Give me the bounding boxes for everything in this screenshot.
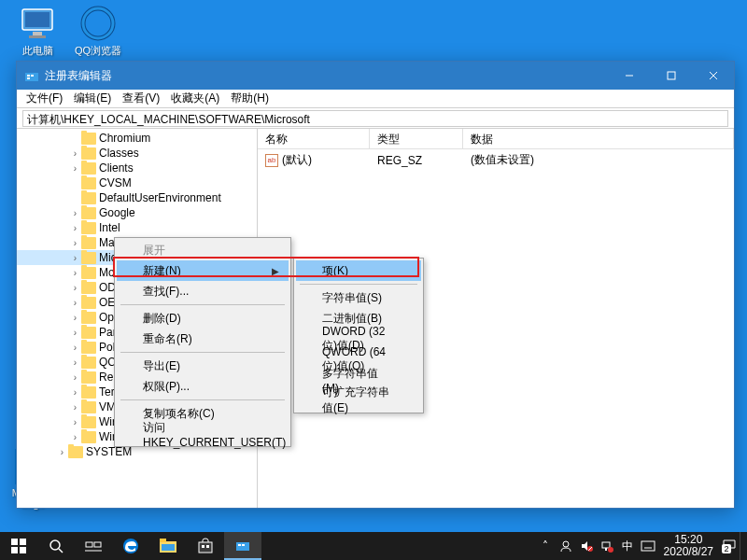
tree-label: OE [99, 296, 115, 309]
tray-volume-icon[interactable] [576, 532, 597, 560]
svg-rect-37 [602, 542, 610, 548]
svg-rect-2 [33, 32, 42, 35]
expander-icon[interactable]: › [69, 223, 81, 233]
svg-rect-30 [206, 545, 209, 548]
tree-item[interactable]: DefaultUserEnvironment [17, 190, 257, 205]
close-button[interactable] [692, 62, 734, 90]
expander-icon[interactable]: › [69, 343, 81, 353]
path-input[interactable]: 计算机\HKEY_LOCAL_MACHINE\SOFTWARE\Microsof… [22, 110, 728, 127]
expander-icon[interactable]: › [69, 283, 81, 293]
expander-icon[interactable]: › [69, 402, 81, 413]
menu-item-label: 项(K) [322, 263, 348, 279]
tree-item[interactable]: ›Intel [17, 220, 257, 235]
menu-item-label: 新建(N) [143, 263, 181, 279]
expander-icon[interactable]: › [69, 357, 81, 368]
menu-edit[interactable]: 编辑(E) [68, 89, 117, 108]
menu-item-label: 权限(P)... [143, 379, 190, 395]
menu-item[interactable]: 访问 HKEY_CURRENT_USER(T) [117, 424, 289, 444]
task-view-button[interactable] [75, 532, 112, 560]
action-center-icon[interactable]: 2 [719, 532, 740, 560]
tray-chevron-up-icon[interactable]: ˄ [535, 532, 556, 560]
col-data[interactable]: 数据 [463, 129, 734, 148]
menu-separator [300, 284, 417, 285]
menu-item[interactable]: 权限(P)... [117, 376, 289, 397]
tree-item[interactable]: Chromium [17, 131, 257, 146]
menu-item[interactable]: 项(K) [296, 260, 421, 281]
menu-file[interactable]: 文件(F) [21, 89, 68, 108]
desktop-icon-this-pc[interactable]: 此电脑 [9, 5, 65, 58]
expander-icon[interactable]: › [69, 328, 81, 338]
expander-icon[interactable]: › [69, 313, 81, 323]
tree-item[interactable]: CVSM [17, 175, 257, 190]
tree-label: Chromium [99, 132, 150, 145]
expander-icon[interactable]: › [69, 298, 81, 308]
taskbar-store[interactable] [187, 532, 224, 560]
menu-favorites[interactable]: 收藏夹(A) [165, 89, 225, 108]
desktop-icon-label: 此电脑 [9, 44, 65, 58]
menu-separator [120, 352, 285, 353]
tree-item[interactable]: ›Google [17, 205, 257, 220]
start-button[interactable] [0, 532, 37, 560]
qq-browser-icon [79, 5, 117, 42]
col-type[interactable]: 类型 [370, 129, 463, 148]
svg-rect-18 [20, 547, 26, 553]
col-name[interactable]: 名称 [258, 129, 370, 148]
menu-item[interactable]: 删除(D) [117, 308, 289, 329]
svg-rect-3 [29, 35, 46, 38]
menu-separator [120, 304, 285, 305]
value-name: ab(默认) [258, 151, 370, 169]
menu-help[interactable]: 帮助(H) [225, 89, 275, 108]
menu-item[interactable]: 导出(E) [117, 356, 289, 376]
tree-item[interactable]: ›Classes [17, 146, 257, 161]
clock[interactable]: 15:20 2020/8/27 [658, 534, 719, 558]
svg-line-20 [59, 549, 63, 553]
tray-people-icon[interactable] [556, 532, 576, 560]
expander-icon[interactable]: › [69, 417, 81, 427]
minimize-button[interactable] [608, 62, 650, 90]
titlebar[interactable]: 注册表编辑器 [17, 62, 734, 90]
menu-view[interactable]: 查看(V) [117, 89, 165, 108]
column-headers: 名称 类型 数据 [258, 129, 734, 149]
folder-icon [81, 252, 96, 264]
expander-icon[interactable]: › [69, 372, 81, 383]
taskbar-edge[interactable] [112, 532, 149, 560]
show-desktop-button[interactable] [740, 532, 745, 560]
tree-label: Ter [99, 385, 115, 399]
system-tray: ˄ 中 15:20 2020/8/27 2 [535, 532, 747, 560]
tray-keyboard-icon[interactable] [638, 532, 658, 560]
folder-icon [81, 312, 96, 324]
taskbar-regedit[interactable] [224, 532, 261, 560]
folder-icon [81, 327, 96, 339]
menu-item[interactable]: 字符串值(S) [296, 287, 421, 308]
expander-icon[interactable]: › [69, 253, 81, 263]
search-button[interactable] [37, 532, 75, 560]
tray-ime[interactable]: 中 [617, 532, 638, 560]
expander-icon[interactable]: › [69, 148, 81, 159]
tree-label: Intel [99, 221, 120, 234]
expander-icon[interactable]: › [69, 238, 81, 248]
desktop-icon-qq-browser[interactable]: QQ浏览器 [70, 5, 126, 58]
svg-rect-12 [668, 72, 675, 79]
expander-icon[interactable]: › [69, 163, 81, 174]
svg-rect-33 [242, 544, 245, 546]
svg-rect-9 [31, 75, 34, 77]
expander-icon[interactable]: › [69, 208, 81, 218]
value-row[interactable]: ab(默认) REG_SZ (数值未设置) [258, 149, 734, 171]
menu-item[interactable]: 新建(N)▶ [117, 260, 289, 281]
context-menu: 展开新建(N)▶查找(F)...删除(D)重命名(R)导出(E)权限(P)...… [114, 237, 291, 447]
svg-rect-38 [605, 548, 607, 551]
menu-item[interactable]: 重命名(R) [117, 329, 289, 349]
svg-rect-16 [20, 539, 26, 545]
value-data: (数值未设置) [463, 151, 542, 169]
expander-icon[interactable]: › [69, 387, 81, 398]
taskbar-explorer[interactable] [149, 532, 187, 560]
menu-item[interactable]: 查找(F)... [117, 281, 289, 301]
expander-icon[interactable]: › [69, 432, 81, 442]
menu-item[interactable]: 可扩充字符串值(E) [296, 390, 421, 411]
tree-item[interactable]: ›Clients [17, 161, 257, 175]
tray-network-icon[interactable] [597, 532, 617, 560]
maximize-button[interactable] [650, 62, 692, 90]
expander-icon[interactable]: › [69, 268, 81, 278]
expander-icon[interactable]: › [56, 447, 68, 457]
menu-item-label: 删除(D) [143, 311, 181, 327]
